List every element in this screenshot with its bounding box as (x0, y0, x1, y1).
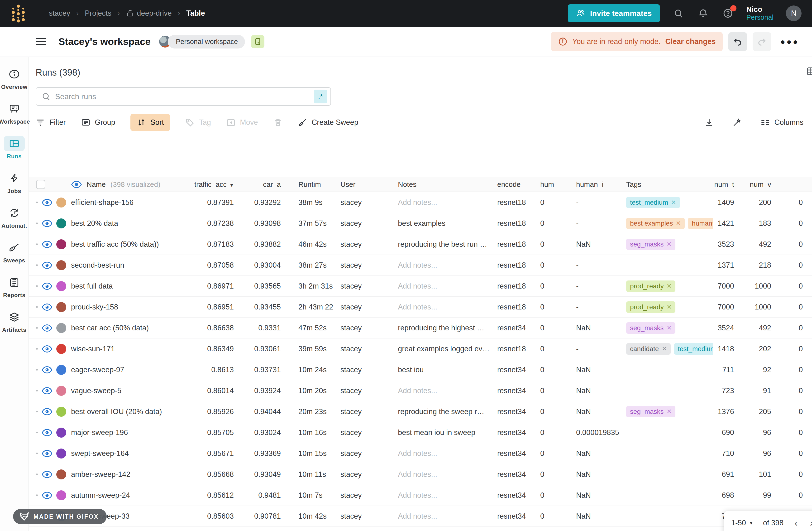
sidebar-item-artifacts[interactable]: Artifacts (2, 310, 26, 333)
table-row[interactable]: best 20% data 0.87238 0.93098 37m 57s st… (29, 213, 812, 234)
notes-cell[interactable]: Add notes... (398, 282, 497, 290)
drag-handle[interactable] (36, 223, 38, 224)
tag-pill[interactable]: best examples✕ (626, 218, 685, 229)
run-name-link[interactable]: autumn-sweep-24 (71, 491, 194, 500)
table-row[interactable]: best car acc (50% data) 0.86638 0.9331 4… (29, 318, 812, 339)
tag-pill[interactable]: prod_ready✕ (626, 301, 676, 313)
select-all-checkbox[interactable] (36, 180, 45, 189)
next-page-button[interactable]: › (809, 518, 812, 528)
sidebar-item-overview[interactable]: Overview (1, 67, 28, 90)
run-name-link[interactable]: best traffic acc (50% data)) (71, 240, 194, 249)
run-name-link[interactable]: wise-sun-171 (71, 345, 194, 353)
workspace-doc-icon[interactable] (251, 35, 264, 48)
run-visibility-eye-icon[interactable] (42, 260, 53, 271)
tag-pill[interactable]: test_medium✕ (626, 197, 680, 208)
notes-cell[interactable]: Add notes... (398, 491, 497, 500)
column-header-num-t[interactable]: num_t (713, 181, 734, 188)
notes-cell[interactable]: best examples (398, 219, 497, 228)
export-download-button[interactable] (704, 117, 714, 127)
notes-cell[interactable]: Add notes... (398, 303, 497, 311)
table-row[interactable]: major-sweep-196 0.85705 0.93024 10m 16s … (29, 422, 812, 443)
table-row[interactable]: unique-sweep-191 0.85588 0.92223 10m 29s… (29, 527, 812, 531)
magic-columns-button[interactable] (732, 117, 742, 127)
tag-pill[interactable]: seg_masks✕ (626, 406, 676, 417)
notes-cell[interactable]: Add notes... (398, 512, 497, 520)
more-options-button[interactable]: ●●● (777, 37, 802, 46)
column-header-encoder[interactable]: encode (497, 181, 540, 188)
run-visibility-eye-icon[interactable] (42, 281, 53, 292)
notes-cell[interactable]: reproducing the best run … (398, 240, 497, 249)
run-visibility-eye-icon[interactable] (42, 364, 53, 375)
tag-button[interactable]: Tag (185, 118, 211, 127)
run-name-link[interactable]: vague-sweep-5 (71, 387, 194, 395)
sidebar-item-workspace[interactable]: Workspace (0, 101, 30, 125)
run-name-link[interactable]: best car acc (50% data) (71, 324, 194, 332)
drag-handle[interactable] (36, 348, 38, 350)
redo-button[interactable] (753, 32, 771, 51)
tag-pill[interactable]: prod_ready✕ (626, 281, 676, 292)
tag-remove-icon[interactable]: ✕ (667, 408, 672, 415)
drag-handle[interactable] (36, 473, 38, 475)
sidebar-item-reports[interactable]: Reports (3, 275, 26, 299)
regex-toggle[interactable]: .* (314, 90, 327, 103)
table-row[interactable]: autumn-sweep-24 0.85612 0.9481 10m 7s st… (29, 485, 812, 506)
global-search-icon[interactable] (672, 7, 685, 19)
menu-hamburger-icon[interactable] (35, 38, 46, 45)
search-runs-input[interactable]: Search runs .* (35, 87, 331, 106)
table-row[interactable]: proud-sky-158 0.86951 0.93455 2h 43m 22 … (29, 297, 812, 318)
sidebar-item-runs[interactable]: Runs (4, 136, 25, 160)
run-name-link[interactable]: best overall IOU (20% data) (71, 407, 194, 416)
tag-pill[interactable]: seg_masks✕ (626, 239, 676, 250)
tag-remove-icon[interactable]: ✕ (671, 199, 676, 206)
drag-handle[interactable] (36, 369, 38, 371)
tag-pill[interactable]: candidate✕ (626, 343, 671, 355)
run-visibility-eye-icon[interactable] (42, 448, 53, 459)
user-menu[interactable]: Nico Personal (746, 5, 773, 21)
table-row[interactable]: swept-sweep-164 0.85671 0.93369 10m 15s … (29, 443, 812, 464)
breadcrumb-current-page[interactable]: Table (186, 9, 205, 18)
notes-cell[interactable]: Add notes... (398, 470, 497, 479)
run-visibility-eye-icon[interactable] (42, 302, 53, 313)
run-name-link[interactable]: best 20% data (71, 219, 194, 228)
breadcrumb-projects[interactable]: Projects (85, 9, 112, 18)
tag-remove-icon[interactable]: ✕ (667, 241, 672, 248)
invite-teammates-button[interactable]: Invite teammates (568, 4, 660, 22)
run-visibility-eye-icon[interactable] (42, 218, 53, 229)
breadcrumb-project[interactable]: deep-drive (126, 9, 172, 18)
tag-pill[interactable]: seg_masks✕ (626, 322, 676, 334)
run-visibility-eye-icon[interactable] (42, 239, 53, 250)
drag-handle[interactable] (36, 243, 38, 245)
move-button[interactable]: Move (226, 118, 258, 127)
run-visibility-eye-icon[interactable] (42, 343, 53, 354)
workspace-type-badge[interactable]: Personal workspace (168, 35, 245, 48)
table-row[interactable]: best overall IOU (20% data) 0.85926 0.94… (29, 401, 812, 422)
run-name-link[interactable]: amber-sweep-142 (71, 470, 194, 479)
table-row[interactable]: vague-sweep-5 0.86014 0.93924 10m 20s st… (29, 380, 812, 401)
tag-pill[interactable]: humans✕ (688, 218, 713, 229)
column-header-hum[interactable]: hum (540, 181, 576, 188)
run-visibility-eye-icon[interactable] (42, 427, 53, 438)
column-header-name[interactable]: Name (87, 181, 106, 188)
run-name-link[interactable]: proud-sky-158 (71, 303, 194, 311)
notes-cell[interactable]: Add notes... (398, 198, 497, 207)
toggle-all-visibility-eye-icon[interactable] (71, 179, 82, 190)
sidebar-item-sweeps[interactable]: Sweeps (3, 240, 25, 264)
wandb-logo-icon[interactable] (11, 3, 26, 23)
notes-cell[interactable]: best iou (398, 365, 497, 374)
drag-handle[interactable] (36, 264, 38, 266)
avatar[interactable]: N (786, 5, 801, 21)
table-row[interactable]: best traffic acc (50% data)) 0.87183 0.9… (29, 234, 812, 255)
drag-handle[interactable] (36, 432, 38, 433)
drag-handle[interactable] (36, 327, 38, 329)
table-row[interactable]: amber-sweep-142 0.85668 0.93049 10m 11s … (29, 464, 812, 485)
drag-handle[interactable] (36, 411, 38, 412)
table-row[interactable]: eager-sweep-97 0.8613 0.93731 10m 24s st… (29, 359, 812, 380)
table-row[interactable]: second-best-run 0.87058 0.93004 38m 27s … (29, 255, 812, 276)
table-density-icon[interactable] (806, 66, 812, 76)
column-header-traffic-acc[interactable]: traffic_acc▼ (194, 181, 234, 188)
sidebar-item-jobs[interactable]: Jobs (4, 171, 25, 195)
sort-button[interactable]: Sort (130, 114, 170, 131)
drag-handle[interactable] (36, 202, 38, 203)
clear-changes-link[interactable]: Clear changes (665, 37, 715, 46)
column-header-runtime[interactable]: Runtim (292, 177, 340, 191)
